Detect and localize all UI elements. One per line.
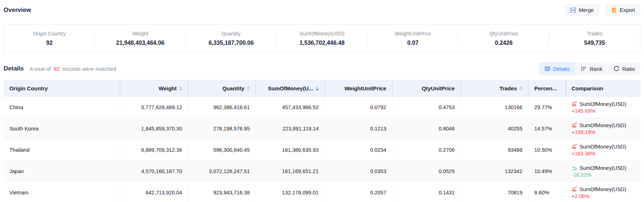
- column-header-label: Comparison: [572, 85, 603, 91]
- column-header-label: Origin Country: [9, 85, 48, 91]
- column-header-percen: Percen...: [529, 80, 566, 97]
- table-row-thailand: Thailand6,889,709,312.36596,300,840.4516…: [4, 139, 641, 161]
- column-header-label: QtyUnitPrice: [422, 85, 455, 91]
- cell-origin-country: Vietnam: [4, 182, 120, 202]
- tab-rank[interactable]: Rank: [576, 62, 608, 75]
- export-file-icon: [611, 7, 617, 13]
- cell-origin-country: Thailand: [4, 139, 120, 160]
- cell-qty-unit-price: 0.0525: [392, 161, 461, 182]
- cell-trades: 132342: [461, 161, 529, 182]
- overview-card: Origin Country92Weight21,948,403,464.06Q…: [4, 24, 640, 53]
- cell-percentage: 8.60%: [529, 182, 566, 202]
- cell-quantity: 3,072,126,247.51: [188, 161, 256, 182]
- stat-label: QtyUnitPrice: [461, 31, 546, 36]
- comparison-metric: SumOfMoney(USD): [580, 123, 626, 128]
- cell-trades: 93488: [461, 139, 529, 160]
- column-header-label: SumOfMoney(U...: [268, 85, 313, 91]
- cell-percentage: 10.49%: [529, 161, 566, 182]
- stat-label: Quantity: [189, 31, 274, 36]
- comparison-change: +145.69%: [572, 108, 595, 114]
- cell-origin-country: China: [4, 97, 120, 118]
- details-table: Origin CountryWeightQuantitySumOfMoney(U…: [4, 80, 641, 202]
- cell-weight-unit-price: 0.1213: [325, 118, 392, 139]
- cell-qty-unit-price: 0.4753: [392, 97, 461, 118]
- record-count: 92: [54, 66, 60, 72]
- comparison-change: +2.06%: [572, 193, 590, 199]
- sort-icon[interactable]: [247, 86, 250, 91]
- cell-qty-unit-price: 0.2706: [392, 139, 461, 160]
- page: Overview Merge: [0, 0, 644, 202]
- stat-value: 92: [7, 40, 92, 46]
- stat-value: 1,536,702,446.48: [279, 40, 365, 46]
- export-button[interactable]: Export: [606, 4, 640, 16]
- cell-comparison: SumOfMoney(USD)+163.38%: [566, 139, 641, 160]
- merge-button[interactable]: Merge: [565, 4, 599, 16]
- column-header-origin-country: Origin Country: [4, 80, 120, 97]
- sort-icon[interactable]: [519, 86, 522, 91]
- stat-value: 21,948,403,464.06: [98, 40, 183, 46]
- table-grid-icon: [544, 66, 550, 72]
- cell-qty-unit-price: 0.1431: [392, 182, 461, 202]
- cell-weight-unit-price: 0.2057: [325, 182, 392, 202]
- records-matched-text: A total of 92 records were matched: [30, 66, 116, 72]
- table-row-china: China5,777,628,489.12962,386,418.61457,4…: [4, 97, 641, 118]
- column-header-sumofmoney-u[interactable]: SumOfMoney(U...: [256, 80, 325, 97]
- export-button-label: Export: [620, 7, 635, 13]
- tab-ratio[interactable]: Ratio: [608, 62, 640, 75]
- stat-weight: Weight21,948,403,464.06: [95, 29, 186, 48]
- stat-value: 0.07: [370, 40, 455, 46]
- comparison-metric: SumOfMoney(USD): [580, 101, 626, 107]
- chart-up-icon: [572, 186, 577, 192]
- sort-icon[interactable]: [179, 86, 182, 91]
- table-row-japan: Japan4,570,160,167.703,072,126,247.51161…: [4, 161, 641, 182]
- column-header-comparison: Comparison: [566, 80, 641, 97]
- cell-percentage: 14.57%: [529, 118, 566, 139]
- cell-quantity: 962,386,418.61: [188, 97, 256, 118]
- comparison-change: +159.19%: [572, 129, 595, 135]
- column-header-weight[interactable]: Weight: [120, 80, 188, 97]
- tab-details-label: Details: [553, 66, 570, 72]
- stat-trades: Trades549,735: [549, 29, 640, 48]
- stat-weightunitprice: WeightUnitPrice0.07: [367, 29, 458, 48]
- comparison-metric: SumOfMoney(USD): [580, 165, 626, 171]
- ratio-circle-icon: [614, 66, 619, 72]
- cell-weight: 642,713,920.04: [120, 182, 188, 202]
- table-body: China5,777,628,489.12962,386,418.61457,4…: [4, 97, 641, 202]
- page-title: Overview: [4, 7, 31, 14]
- column-header-quantity[interactable]: Quantity: [188, 80, 256, 97]
- stat-label: Origin Country: [7, 31, 92, 36]
- cell-trades: 130166: [461, 97, 529, 118]
- view-switch: Details Rank Ratio: [539, 62, 640, 75]
- column-header-label: Weight: [159, 85, 177, 91]
- stat-label: SumOfMoney(USD): [279, 31, 365, 36]
- cell-comparison: SumOfMoney(USD)-16.22%: [566, 161, 641, 182]
- stat-value: 6,335,187,700.06: [189, 40, 274, 46]
- stat-label: Weight: [98, 31, 183, 36]
- sort-icon[interactable]: [316, 86, 319, 91]
- cell-origin-country: Japan: [4, 161, 120, 182]
- cell-weight: 6,889,709,312.36: [120, 139, 188, 160]
- cell-comparison: SumOfMoney(USD)+159.19%: [566, 118, 641, 139]
- table-row-south-korea: South Korea1,845,859,370.30278,198,576.9…: [4, 118, 641, 139]
- cell-origin-country: South Korea: [4, 118, 120, 139]
- details-header: Details A total of 92 records were match…: [4, 62, 640, 75]
- cell-weight-unit-price: 0.0353: [325, 161, 392, 182]
- cell-quantity: 278,198,576.95: [188, 118, 256, 139]
- chart-up-icon: [572, 123, 577, 128]
- cell-sum-of-money-usd: 161,386,635.93: [256, 139, 325, 160]
- cell-weight-unit-price: 0.0792: [325, 97, 392, 118]
- cell-comparison: SumOfMoney(USD)+145.69%: [566, 97, 641, 118]
- cell-weight-unit-price: 0.0234: [325, 139, 392, 160]
- cell-quantity: 596,300,840.45: [188, 139, 256, 160]
- stat-origin-country: Origin Country92: [4, 29, 95, 48]
- column-header-trades[interactable]: Trades: [461, 80, 529, 97]
- cell-weight: 1,845,859,370.30: [120, 118, 188, 139]
- rank-bars-icon: [581, 66, 587, 72]
- tab-rank-label: Rank: [590, 66, 602, 72]
- cell-weight: 4,570,160,167.70: [120, 161, 188, 182]
- stat-quantity: Quantity6,335,187,700.06: [186, 29, 277, 48]
- cell-percentage: 29.77%: [529, 97, 566, 118]
- comparison-change: -16.22%: [572, 172, 591, 178]
- tab-details[interactable]: Details: [539, 62, 575, 75]
- column-header-weightunitprice: WeightUnitPrice: [325, 80, 392, 97]
